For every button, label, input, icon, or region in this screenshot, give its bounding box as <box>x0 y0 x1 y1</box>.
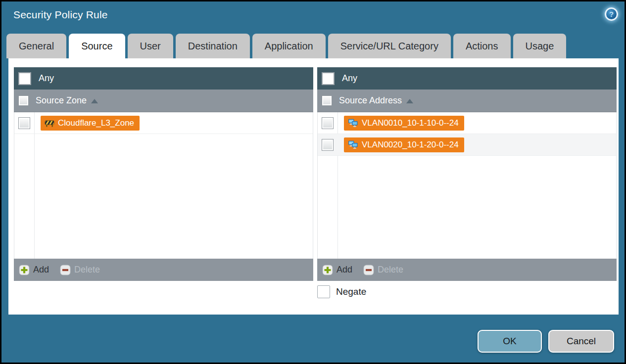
source-address-any-row: Any <box>317 67 617 90</box>
ok-button[interactable]: OK <box>478 330 542 353</box>
tab-bar: General Source User Destination Applicat… <box>6 34 566 58</box>
minus-icon <box>60 265 71 275</box>
row-checkbox[interactable] <box>322 139 334 151</box>
source-zone-list: Cloudflare_L3_Zone <box>14 112 313 259</box>
tab-source[interactable]: Source <box>69 34 125 58</box>
add-label: Add <box>33 265 49 275</box>
address-entry-label: VLAN0010_10-1-10-0--24 <box>362 118 459 128</box>
negate-checkbox[interactable] <box>317 285 330 298</box>
table-row: VLAN0010_10-1-10-0--24 <box>318 112 616 134</box>
tab-user[interactable]: User <box>128 34 173 58</box>
dialog-title: Security Policy Rule <box>13 9 108 21</box>
address-icon <box>348 140 358 149</box>
source-zone-any-row: Any <box>14 67 313 90</box>
address-entry[interactable]: VLAN0010_10-1-10-0--24 <box>344 116 464 131</box>
plus-icon <box>322 265 333 275</box>
tab-usage[interactable]: Usage <box>513 34 567 58</box>
source-address-column-header[interactable]: Source Address <box>317 90 617 112</box>
row-checkbox[interactable] <box>18 117 30 129</box>
add-button[interactable]: Add <box>19 265 49 275</box>
cancel-button[interactable]: Cancel <box>548 330 614 353</box>
sort-asc-icon[interactable] <box>91 99 98 103</box>
delete-label: Delete <box>74 265 100 275</box>
delete-button[interactable]: Delete <box>60 265 100 275</box>
add-button[interactable]: Add <box>322 265 352 275</box>
address-entry[interactable]: VLAN0020_10-1-20-0--24 <box>344 137 464 152</box>
source-address-any-label: Any <box>342 73 357 84</box>
source-address-footer: Add Delete <box>317 259 617 281</box>
table-row: Cloudflare_L3_Zone <box>14 112 313 134</box>
tab-actions[interactable]: Actions <box>453 34 511 58</box>
zone-icon <box>45 119 54 127</box>
minus-icon <box>363 265 374 275</box>
delete-button[interactable]: Delete <box>363 265 403 275</box>
negate-row: Negate <box>317 285 366 298</box>
source-zone-column-title: Source Zone <box>36 95 87 106</box>
source-zone-footer: Add Delete <box>14 259 313 281</box>
address-entry-label: VLAN0020_10-1-20-0--24 <box>362 140 459 150</box>
zone-entry-label: Cloudflare_L3_Zone <box>58 118 134 128</box>
source-address-select-all-checkbox[interactable] <box>322 95 332 106</box>
delete-label: Delete <box>378 265 403 275</box>
negate-label: Negate <box>336 286 366 297</box>
source-zone-any-label: Any <box>39 73 54 84</box>
help-icon[interactable]: ? <box>605 7 618 21</box>
source-zone-panel: Any Source Zone <box>14 67 313 281</box>
security-policy-rule-dialog: Security Policy Rule ? General Source Us… <box>0 0 626 364</box>
tab-destination[interactable]: Destination <box>176 34 250 58</box>
tab-application[interactable]: Application <box>252 34 326 58</box>
add-label: Add <box>337 265 352 275</box>
source-zone-select-all-checkbox[interactable] <box>18 95 29 106</box>
source-zone-any-checkbox[interactable] <box>18 72 31 85</box>
address-icon <box>348 119 358 127</box>
row-checkbox[interactable] <box>322 117 334 129</box>
tab-general[interactable]: General <box>6 34 66 58</box>
table-row: VLAN0020_10-1-20-0--24 <box>318 134 616 156</box>
source-address-list: VLAN0010_10-1-10-0--24 <box>317 112 617 259</box>
zone-entry[interactable]: Cloudflare_L3_Zone <box>41 116 140 131</box>
source-address-panel: Any Source Address <box>317 67 617 281</box>
source-tab-content: Any Source Zone <box>8 58 619 315</box>
source-address-any-checkbox[interactable] <box>322 72 335 85</box>
source-zone-column-header[interactable]: Source Zone <box>14 90 313 112</box>
sort-asc-icon[interactable] <box>406 99 413 103</box>
tab-service-url-category[interactable]: Service/URL Category <box>328 34 451 58</box>
plus-icon <box>19 265 30 275</box>
source-address-column-title: Source Address <box>339 95 402 106</box>
